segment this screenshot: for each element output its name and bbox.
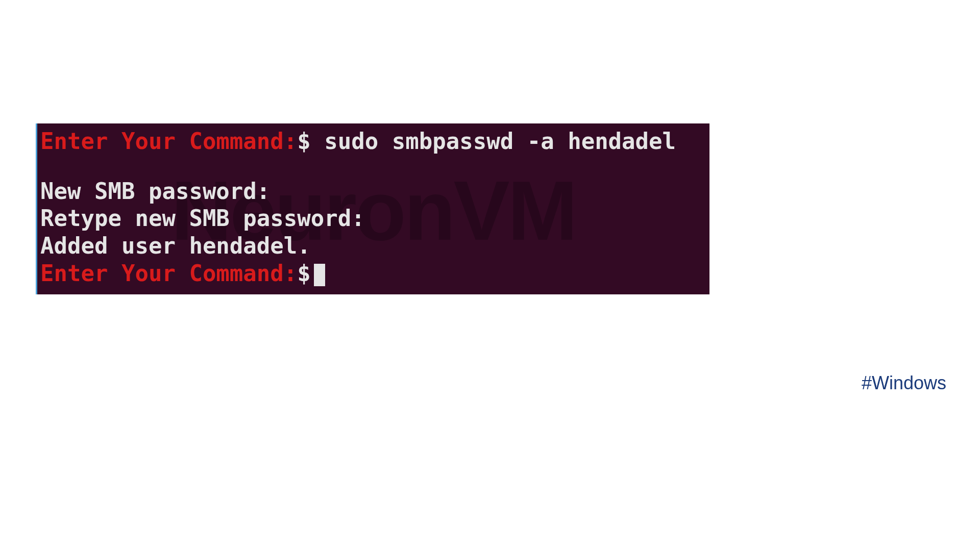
cursor-icon [314,264,325,286]
terminal-content: Enter Your Command:$ sudo smbpasswd -a h… [40,128,706,287]
blank-line [40,155,706,178]
prompt-symbol: $ [297,128,311,154]
prompt-symbol-2: $ [297,260,311,286]
terminal-window[interactable]: NeuronVM Enter Your Command:$ sudo smbpa… [36,123,709,294]
command-text: sudo smbpasswd -a hendadel [324,128,676,154]
terminal-line-prompt-2: Enter Your Command:$ [40,260,706,287]
output-line-2: Retype new SMB password: [40,205,706,232]
prompt-label: Enter Your Command: [40,128,297,154]
terminal-line-1: Enter Your Command:$ sudo smbpasswd -a h… [40,128,706,155]
prompt-label-2: Enter Your Command: [40,260,297,286]
output-line-1: New SMB password: [40,178,706,205]
output-line-3: Added user hendadel. [40,232,706,260]
hashtag-label: #Windows [862,372,946,394]
